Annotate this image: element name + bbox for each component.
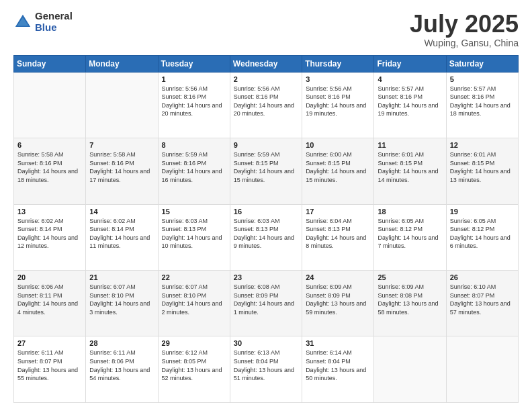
day-number: 20 xyxy=(17,273,82,281)
day-detail: Sunrise: 6:13 AMSunset: 8:04 PMDaylight:… xyxy=(234,349,294,381)
title-block: July 2025 Wuping, Gansu, China xyxy=(410,11,519,48)
day-detail: Sunrise: 6:05 AMSunset: 8:12 PMDaylight:… xyxy=(378,218,438,250)
day-number: 17 xyxy=(306,208,370,216)
day-detail: Sunrise: 5:56 AMSunset: 8:16 PMDaylight:… xyxy=(162,85,222,118)
day-detail: Sunrise: 6:04 AMSunset: 8:13 PMDaylight:… xyxy=(306,218,366,250)
table-row: 15 Sunrise: 6:03 AMSunset: 8:13 PMDaylig… xyxy=(158,204,230,270)
table-row: 11 Sunrise: 6:01 AMSunset: 8:15 PMDaylig… xyxy=(374,138,446,204)
table-row: 18 Sunrise: 6:05 AMSunset: 8:12 PMDaylig… xyxy=(374,204,446,270)
table-row: 29 Sunrise: 6:12 AMSunset: 8:05 PMDaylig… xyxy=(158,336,230,403)
calendar-table: Sunday Monday Tuesday Wednesday Thursday… xyxy=(13,55,519,403)
day-detail: Sunrise: 6:05 AMSunset: 8:12 PMDaylight:… xyxy=(450,218,511,250)
table-row: 1 Sunrise: 5:56 AMSunset: 8:16 PMDayligh… xyxy=(158,72,230,138)
table-row: 31 Sunrise: 6:14 AMSunset: 8:04 PMDaylig… xyxy=(302,336,374,403)
table-row: 7 Sunrise: 5:58 AMSunset: 8:16 PMDayligh… xyxy=(86,138,158,204)
table-row: 10 Sunrise: 6:00 AMSunset: 8:15 PMDaylig… xyxy=(302,138,374,204)
day-number: 29 xyxy=(162,339,226,347)
day-detail: Sunrise: 6:03 AMSunset: 8:13 PMDaylight:… xyxy=(162,218,222,250)
table-row: 22 Sunrise: 6:07 AMSunset: 8:10 PMDaylig… xyxy=(158,271,230,336)
title-location: Wuping, Gansu, China xyxy=(410,38,519,48)
day-detail: Sunrise: 6:07 AMSunset: 8:10 PMDaylight:… xyxy=(162,283,222,316)
table-row: 25 Sunrise: 6:09 AMSunset: 8:08 PMDaylig… xyxy=(374,271,446,336)
table-row: 21 Sunrise: 6:07 AMSunset: 8:10 PMDaylig… xyxy=(86,271,158,336)
table-row xyxy=(446,336,518,403)
table-row: 17 Sunrise: 6:04 AMSunset: 8:13 PMDaylig… xyxy=(302,204,374,270)
day-detail: Sunrise: 5:58 AMSunset: 8:16 PMDaylight:… xyxy=(89,151,150,183)
day-detail: Sunrise: 5:56 AMSunset: 8:16 PMDaylight:… xyxy=(234,85,294,118)
day-number: 27 xyxy=(17,339,82,347)
day-detail: Sunrise: 6:02 AMSunset: 8:14 PMDaylight:… xyxy=(17,218,78,250)
day-detail: Sunrise: 6:01 AMSunset: 8:15 PMDaylight:… xyxy=(450,151,511,183)
calendar-week-2: 13 Sunrise: 6:02 AMSunset: 8:14 PMDaylig… xyxy=(14,204,519,270)
day-number: 18 xyxy=(378,208,442,216)
header-saturday: Saturday xyxy=(446,55,518,72)
day-number: 13 xyxy=(17,208,82,216)
table-row: 19 Sunrise: 6:05 AMSunset: 8:12 PMDaylig… xyxy=(446,204,518,270)
title-month: July 2025 xyxy=(410,11,519,38)
day-number: 30 xyxy=(234,339,298,347)
day-detail: Sunrise: 6:11 AMSunset: 8:07 PMDaylight:… xyxy=(17,349,78,381)
day-number: 14 xyxy=(89,208,154,216)
table-row: 30 Sunrise: 6:13 AMSunset: 8:04 PMDaylig… xyxy=(230,336,302,403)
day-detail: Sunrise: 6:07 AMSunset: 8:10 PMDaylight:… xyxy=(89,283,150,316)
page: General Blue July 2025 Wuping, Gansu, Ch… xyxy=(0,0,532,411)
day-number: 10 xyxy=(306,141,370,149)
calendar-week-4: 27 Sunrise: 6:11 AMSunset: 8:07 PMDaylig… xyxy=(14,336,519,403)
header-thursday: Thursday xyxy=(302,55,374,72)
table-row: 3 Sunrise: 5:56 AMSunset: 8:16 PMDayligh… xyxy=(302,72,374,138)
header-monday: Monday xyxy=(86,55,158,72)
calendar-header-row: Sunday Monday Tuesday Wednesday Thursday… xyxy=(14,55,519,72)
day-number: 9 xyxy=(234,141,298,149)
day-detail: Sunrise: 6:12 AMSunset: 8:05 PMDaylight:… xyxy=(162,349,222,381)
header-sunday: Sunday xyxy=(14,55,86,72)
day-number: 6 xyxy=(17,141,82,149)
table-row: 8 Sunrise: 5:59 AMSunset: 8:16 PMDayligh… xyxy=(158,138,230,204)
day-number: 4 xyxy=(378,75,442,83)
day-number: 31 xyxy=(306,339,370,347)
header-tuesday: Tuesday xyxy=(158,55,230,72)
table-row: 23 Sunrise: 6:08 AMSunset: 8:09 PMDaylig… xyxy=(230,271,302,336)
table-row: 12 Sunrise: 6:01 AMSunset: 8:15 PMDaylig… xyxy=(446,138,518,204)
day-number: 16 xyxy=(234,208,298,216)
day-number: 7 xyxy=(89,141,154,149)
table-row: 6 Sunrise: 5:58 AMSunset: 8:16 PMDayligh… xyxy=(14,138,86,204)
day-detail: Sunrise: 6:03 AMSunset: 8:13 PMDaylight:… xyxy=(234,218,294,250)
calendar-week-1: 6 Sunrise: 5:58 AMSunset: 8:16 PMDayligh… xyxy=(14,138,519,204)
day-number: 24 xyxy=(306,273,370,281)
day-number: 3 xyxy=(306,75,370,83)
table-row: 14 Sunrise: 6:02 AMSunset: 8:14 PMDaylig… xyxy=(86,204,158,270)
header: General Blue July 2025 Wuping, Gansu, Ch… xyxy=(13,11,519,48)
day-detail: Sunrise: 6:09 AMSunset: 8:09 PMDaylight:… xyxy=(306,283,366,316)
day-number: 23 xyxy=(234,273,298,281)
table-row: 28 Sunrise: 6:11 AMSunset: 8:06 PMDaylig… xyxy=(86,336,158,403)
table-row xyxy=(374,336,446,403)
day-number: 25 xyxy=(378,273,442,281)
day-detail: Sunrise: 6:08 AMSunset: 8:09 PMDaylight:… xyxy=(234,283,294,316)
table-row: 24 Sunrise: 6:09 AMSunset: 8:09 PMDaylig… xyxy=(302,271,374,336)
day-number: 11 xyxy=(378,141,442,149)
day-number: 26 xyxy=(450,273,515,281)
table-row xyxy=(14,72,86,138)
logo: General Blue xyxy=(13,11,73,33)
day-number: 19 xyxy=(450,208,515,216)
table-row: 5 Sunrise: 5:57 AMSunset: 8:16 PMDayligh… xyxy=(446,72,518,138)
table-row: 13 Sunrise: 6:02 AMSunset: 8:14 PMDaylig… xyxy=(14,204,86,270)
table-row: 9 Sunrise: 5:59 AMSunset: 8:15 PMDayligh… xyxy=(230,138,302,204)
logo-icon xyxy=(13,13,32,32)
day-number: 1 xyxy=(162,75,226,83)
calendar-week-3: 20 Sunrise: 6:06 AMSunset: 8:11 PMDaylig… xyxy=(14,271,519,336)
table-row: 2 Sunrise: 5:56 AMSunset: 8:16 PMDayligh… xyxy=(230,72,302,138)
day-detail: Sunrise: 6:01 AMSunset: 8:15 PMDaylight:… xyxy=(378,151,438,183)
logo-general: General xyxy=(35,11,73,22)
day-detail: Sunrise: 5:58 AMSunset: 8:16 PMDaylight:… xyxy=(17,151,78,183)
table-row: 4 Sunrise: 5:57 AMSunset: 8:16 PMDayligh… xyxy=(374,72,446,138)
day-detail: Sunrise: 6:10 AMSunset: 8:07 PMDaylight:… xyxy=(450,283,511,316)
day-detail: Sunrise: 5:57 AMSunset: 8:16 PMDaylight:… xyxy=(378,85,438,118)
day-number: 28 xyxy=(89,339,154,347)
day-detail: Sunrise: 5:57 AMSunset: 8:16 PMDaylight:… xyxy=(450,85,511,118)
day-detail: Sunrise: 6:06 AMSunset: 8:11 PMDaylight:… xyxy=(17,283,78,316)
day-detail: Sunrise: 6:14 AMSunset: 8:04 PMDaylight:… xyxy=(306,349,366,381)
table-row: 16 Sunrise: 6:03 AMSunset: 8:13 PMDaylig… xyxy=(230,204,302,270)
day-detail: Sunrise: 6:09 AMSunset: 8:08 PMDaylight:… xyxy=(378,283,438,316)
day-detail: Sunrise: 5:56 AMSunset: 8:16 PMDaylight:… xyxy=(306,85,366,118)
